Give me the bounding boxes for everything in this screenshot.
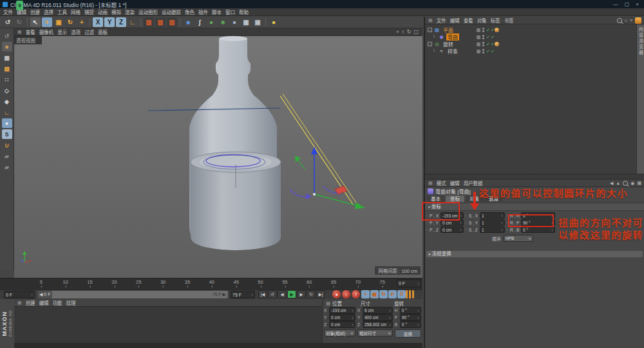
enable-check-icon[interactable]: ✓	[486, 49, 490, 54]
transport-button[interactable]: ↺	[268, 290, 277, 298]
history-back-icon[interactable]: ◀	[610, 181, 613, 186]
menu-item[interactable]: 模拟	[109, 8, 123, 15]
menu-item[interactable]: 动画	[96, 8, 109, 15]
rotation-field[interactable]: 0 °	[400, 321, 421, 328]
viewport-nav-icon[interactable]: +	[396, 29, 399, 35]
panel-grid-icon[interactable]: ▦	[17, 30, 22, 35]
timeline-start-field[interactable]: 0 F	[4, 291, 35, 298]
object-menu-item[interactable]: 编辑	[448, 17, 462, 24]
enable-check-icon[interactable]: ✓	[486, 35, 490, 40]
transport-button[interactable]: ▶	[297, 290, 306, 298]
timeline-playhead[interactable]: 0	[16, 1, 23, 10]
menu-item[interactable]: 脚本	[210, 8, 223, 15]
field-input[interactable]: 0 cm	[440, 226, 464, 233]
menu-item[interactable]: 插件	[196, 8, 210, 15]
viewport-menu-item[interactable]: 查看	[24, 28, 37, 35]
position-mode-dropdown[interactable]: 对象(相对)▼	[324, 329, 355, 336]
attribute-tab[interactable]: 基本	[426, 196, 445, 202]
toolbar-icon[interactable]: ↻	[14, 17, 24, 27]
toolbar-icon[interactable]: Z	[116, 17, 126, 27]
palette-icon[interactable]: ▤	[2, 64, 12, 73]
toolbar-icon[interactable]: ↻	[65, 17, 75, 27]
range-end-label[interactable]: 75 F ▶	[213, 292, 228, 297]
menu-item[interactable]: 选择	[42, 8, 55, 15]
layer-browser-icon[interactable]	[635, 17, 641, 24]
current-frame-field[interactable]: 0 F	[397, 279, 421, 288]
freeze-transform-section[interactable]: 冻结变换	[426, 251, 643, 257]
object-menu-item[interactable]: 对象	[475, 17, 489, 24]
menu-item[interactable]: 运动图形	[137, 8, 160, 15]
home-icon[interactable]: ⌂	[625, 18, 627, 23]
side-tab-strip[interactable]: 内容浏览器	[636, 24, 644, 174]
position-field[interactable]: 0 cm	[329, 314, 355, 321]
palette-icon[interactable]: ▩	[2, 53, 12, 62]
rotation-field[interactable]: 0 °	[400, 307, 421, 314]
position-field[interactable]: 0 cm	[329, 321, 355, 328]
palette-icon[interactable]: ◆	[2, 96, 12, 106]
size-field[interactable]: 400 cm	[363, 314, 393, 321]
lock-icon[interactable]: ◉	[630, 181, 634, 186]
palette-icon[interactable]: ∪	[2, 140, 12, 150]
palette-icon[interactable]: ↺	[2, 31, 12, 41]
layer-square[interactable]	[477, 35, 480, 39]
object-name[interactable]: 样条	[446, 48, 459, 55]
keying-toggle[interactable]: P	[388, 290, 397, 298]
enable-check-icon[interactable]: ✓	[486, 28, 490, 33]
range-start-handle[interactable]: ◀ 0 F	[37, 291, 52, 298]
toolbar-icon[interactable]: ▥	[167, 17, 177, 27]
viewport-menu-item[interactable]: 面板	[96, 28, 109, 35]
grid-view-icon[interactable]: ▦	[637, 181, 641, 186]
palette-icon[interactable]: ∷	[2, 75, 12, 84]
palette-icon[interactable]: ▰	[2, 162, 12, 172]
keying-toggle[interactable]: ↻	[379, 290, 388, 298]
toolbar-icon[interactable]: ●	[206, 17, 216, 27]
attrib-menu-item[interactable]: 编辑	[448, 179, 462, 187]
timeline-ruler[interactable]: 51015202530354045505560657075	[0, 278, 395, 289]
panel-grid-icon[interactable]: ▦	[428, 181, 433, 186]
toolbar-icon[interactable]: +	[42, 17, 52, 27]
size-field[interactable]: 6 cm	[363, 307, 393, 314]
viewport-menu-item[interactable]: 过滤	[82, 28, 96, 35]
enable-check-icon[interactable]: ✓	[486, 42, 490, 47]
layer-square[interactable]	[477, 50, 480, 53]
history-up-icon[interactable]: ▲	[616, 181, 620, 185]
search-icon[interactable]	[617, 18, 622, 23]
viewport-canvas[interactable]	[14, 36, 422, 278]
viewport-nav-icon[interactable]: ▢	[413, 29, 419, 35]
viewport-nav-icon[interactable]: ↻	[407, 29, 412, 35]
toolbar-icon[interactable]: ▣	[53, 17, 64, 27]
toolbar-icon[interactable]: ▦	[241, 17, 251, 27]
panel-grid-icon[interactable]: ▦	[326, 300, 330, 306]
palette-icon[interactable]: ■	[2, 42, 12, 51]
object-menu-item[interactable]: 标签	[489, 17, 502, 24]
toolbar-icon[interactable]: ↺	[3, 17, 13, 27]
toolbar-icon[interactable]: ▥	[155, 17, 166, 27]
toolbar-icon[interactable]: ▣	[252, 17, 263, 27]
visibility-dots[interactable]	[482, 35, 484, 39]
palette-icon[interactable]: ▰	[2, 151, 12, 161]
size-field[interactable]: 258.002 cm	[363, 321, 393, 328]
visibility-dots[interactable]	[482, 42, 484, 46]
panel-grid-icon[interactable]: ▦	[428, 18, 433, 23]
record-button[interactable]: ●	[332, 290, 341, 298]
toolbar-icon[interactable]: ▥	[144, 17, 154, 27]
toolbar-icon[interactable]: ■	[183, 17, 193, 27]
keying-toggle[interactable]: ▣	[370, 290, 379, 298]
menu-item[interactable]: 角色	[183, 8, 196, 15]
material-menu-item[interactable]: 功能	[51, 299, 64, 306]
menu-item[interactable]: 文件	[1, 8, 15, 15]
toolbar-icon[interactable]: +	[77, 17, 87, 27]
toolbar-icon[interactable]: X	[93, 17, 103, 27]
rotation-field[interactable]: 90 °	[400, 314, 421, 321]
enable-check-icon[interactable]: ✓	[491, 42, 495, 47]
object-menu-item[interactable]: 查看	[462, 17, 475, 24]
maximize-button[interactable]: ▢	[625, 1, 630, 7]
attribute-tab[interactable]: 坐标	[446, 196, 464, 202]
expand-toggle[interactable]: -	[428, 42, 432, 46]
material-menu-item[interactable]: 纹理	[64, 299, 78, 306]
material-menu-item[interactable]: 编辑	[37, 299, 51, 306]
phong-tag-icon[interactable]	[495, 28, 499, 32]
expand-toggle[interactable]: -	[428, 28, 432, 32]
layer-square[interactable]	[477, 42, 480, 46]
transport-button[interactable]: |◀	[258, 290, 267, 298]
